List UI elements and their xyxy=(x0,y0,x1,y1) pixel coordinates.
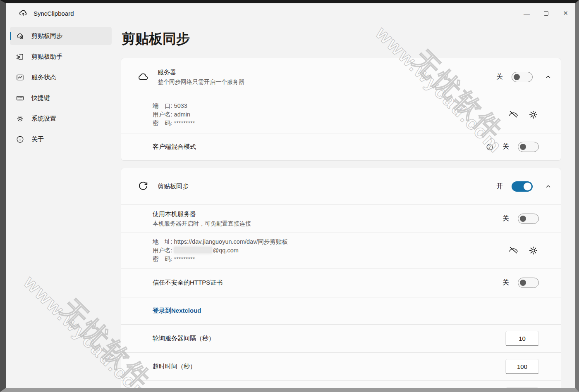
use-local-server-row: 使用本机服务器 本机服务器开启时，可免配置直接连接 关 xyxy=(121,204,561,233)
close-icon: ✕ xyxy=(563,10,568,17)
webdav-password-label: 密 码: xyxy=(153,256,172,262)
server-title: 服务器 xyxy=(158,69,244,76)
sidebar-item-shortcuts[interactable]: 快捷键 xyxy=(10,89,112,107)
webdav-username-label: 用户名: xyxy=(153,247,172,254)
use-local-server-title: 使用本机服务器 xyxy=(153,210,251,218)
app-logo-icon xyxy=(18,8,28,18)
use-local-server-toggle[interactable] xyxy=(518,214,539,224)
webdav-settings-gear-icon[interactable] xyxy=(528,245,539,256)
timeout-input[interactable] xyxy=(505,359,539,374)
trust-https-toggle-label: 关 xyxy=(502,278,509,287)
use-local-server-toggle-label: 关 xyxy=(502,214,509,223)
password-value: ********* xyxy=(174,120,195,126)
sidebar-item-system-settings[interactable]: 系统设置 xyxy=(10,109,112,128)
maximize-icon xyxy=(544,11,548,16)
poll-interval-label: 轮询服务器间隔（秒） xyxy=(153,335,215,342)
minimize-icon: — xyxy=(524,10,530,17)
username-label: 用户名: xyxy=(153,111,172,118)
sidebar-item-clipboard-helper[interactable]: 剪贴板助手 xyxy=(10,48,112,66)
webdav-config-row: 地 址: https://dav.jianguoyun.com/dav/同步剪贴… xyxy=(121,233,561,268)
server-toggle-label: 关 xyxy=(496,73,503,81)
nextcloud-login-link[interactable]: 登录到Nextcloud xyxy=(153,307,201,315)
poll-interval-input[interactable] xyxy=(505,331,539,346)
poll-interval-row: 轮询服务器间隔（秒） xyxy=(121,324,561,352)
port-value: 5033 xyxy=(174,102,187,109)
info-icon xyxy=(16,135,24,144)
address-label: 地 址: xyxy=(153,238,172,245)
keyboard-icon xyxy=(16,94,24,102)
cloud-sync-icon xyxy=(16,32,24,40)
server-toggle[interactable] xyxy=(512,72,533,82)
password-label: 密 码: xyxy=(153,120,172,126)
close-button[interactable]: ✕ xyxy=(556,3,575,23)
sidebar-item-clipboard-sync[interactable]: 剪贴板同步 xyxy=(10,27,112,45)
sidebar-item-about[interactable]: 关于 xyxy=(10,130,112,148)
server-settings-gear-icon[interactable] xyxy=(528,109,539,120)
client-mixed-mode-row: 客户端混合模式 关 xyxy=(121,133,561,160)
sidebar-item-label: 关于 xyxy=(31,135,44,143)
webdav-password-value: ********* xyxy=(174,256,195,262)
server-subtitle: 整个同步网络只需开启一个服务器 xyxy=(158,78,244,86)
sidebar-item-label: 快捷键 xyxy=(31,94,50,102)
trust-https-toggle[interactable] xyxy=(518,278,539,288)
port-label: 端 口: xyxy=(153,102,172,109)
trust-https-row: 信任不安全的HTTPS证书 关 xyxy=(121,268,561,297)
address-value: https://dav.jianguoyun.com/dav/同步剪贴板 xyxy=(174,238,288,245)
webdav-username-value: @qq.com xyxy=(213,247,239,254)
username-value: admin xyxy=(174,111,191,118)
clipboard-sync-card: 剪贴板同步 开 使用本机服务器 本机服务器开启时，可免配置直接连接 关 xyxy=(121,168,561,388)
use-local-server-subtitle: 本机服务器开启时，可免配置直接连接 xyxy=(153,220,251,228)
clipboard-sync-title: 剪贴板同步 xyxy=(158,183,189,190)
chevron-up-icon[interactable] xyxy=(545,74,551,80)
sidebar: 剪贴板同步 剪贴板助手 服务状态 xyxy=(6,23,116,388)
maximize-button[interactable] xyxy=(536,3,556,23)
eye-off-icon[interactable] xyxy=(508,245,519,256)
server-card: 服务器 整个同步网络只需开启一个服务器 关 端 口: 5033 用户名: adm… xyxy=(121,58,561,161)
main-content: 剪贴板同步 服务器 整个同步网络只需开启一个服务器 关 xyxy=(116,23,575,388)
clipboard-sync-header[interactable]: 剪贴板同步 开 xyxy=(121,168,561,204)
client-mixed-mode-toggle[interactable] xyxy=(518,142,539,152)
sidebar-item-label: 服务状态 xyxy=(31,74,56,81)
app-window: www.wycad.com 无忧软件 www.wycad.com 无忧软件 Sy… xyxy=(0,0,579,392)
gear-icon xyxy=(16,114,24,123)
max-upload-input[interactable] xyxy=(505,387,539,388)
window-controls: — ✕ xyxy=(517,3,575,23)
timeout-row: 超时时间（秒） xyxy=(121,352,561,380)
max-upload-row: 最大上传文件大小（MB） xyxy=(121,380,561,388)
clipboard-helper-icon xyxy=(16,52,24,61)
client-mixed-mode-label: 客户端混合模式 xyxy=(153,143,196,151)
titlebar: SyncClipboard — ✕ xyxy=(6,3,575,23)
chevron-up-icon[interactable] xyxy=(545,183,551,190)
status-chart-icon xyxy=(16,73,24,82)
sidebar-item-label: 系统设置 xyxy=(31,115,56,123)
help-icon[interactable] xyxy=(486,143,494,151)
trust-https-label: 信任不安全的HTTPS证书 xyxy=(153,279,223,287)
nextcloud-login-row: 登录到Nextcloud xyxy=(121,297,561,324)
sync-icon xyxy=(137,180,149,192)
eye-off-icon[interactable] xyxy=(508,109,519,120)
minimize-button[interactable]: — xyxy=(517,3,536,23)
server-card-header[interactable]: 服务器 整个同步网络只需开启一个服务器 关 xyxy=(121,58,561,96)
app-title: SyncClipboard xyxy=(33,10,74,17)
sidebar-item-label: 剪贴板助手 xyxy=(31,53,62,61)
client-mixed-mode-toggle-label: 关 xyxy=(502,143,509,151)
server-config-row: 端 口: 5033 用户名: admin 密 码: ********* xyxy=(121,96,561,133)
cloud-icon xyxy=(137,71,149,83)
redacted-username xyxy=(174,247,212,253)
clipboard-sync-toggle[interactable] xyxy=(512,181,533,192)
clipboard-sync-toggle-label: 开 xyxy=(496,182,503,191)
page-title: 剪贴板同步 xyxy=(122,30,561,48)
sidebar-item-label: 剪贴板同步 xyxy=(31,32,62,40)
timeout-label: 超时时间（秒） xyxy=(153,363,196,371)
sidebar-item-service-status[interactable]: 服务状态 xyxy=(10,68,112,86)
